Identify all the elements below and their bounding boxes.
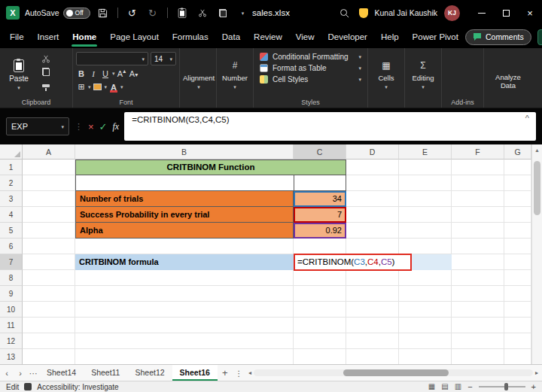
collapse-formula-bar-icon[interactable]: ^ bbox=[525, 114, 529, 123]
column-header-B[interactable]: B bbox=[75, 144, 294, 160]
cell-G12[interactable] bbox=[504, 333, 531, 349]
row-header-12[interactable]: 12 bbox=[0, 333, 23, 349]
user-name[interactable]: Kunal Jai Kaushik bbox=[375, 8, 437, 17]
row-header-4[interactable]: 4 bbox=[0, 207, 23, 223]
normal-view-icon[interactable]: ▦ bbox=[428, 383, 435, 390]
zoom-slider[interactable] bbox=[479, 386, 525, 387]
column-header-F[interactable]: F bbox=[452, 144, 504, 160]
sheet-list-more-icon[interactable]: ⋯ bbox=[27, 369, 39, 378]
zoom-out-button[interactable]: − bbox=[467, 383, 472, 391]
cell-G2[interactable] bbox=[504, 175, 531, 191]
row-header-5[interactable]: 5 bbox=[0, 223, 23, 239]
scroll-right-icon[interactable]: ▸ bbox=[535, 369, 538, 376]
cell-C10[interactable] bbox=[294, 302, 346, 318]
cell-E4[interactable] bbox=[399, 207, 452, 223]
row-header-13[interactable]: 13 bbox=[0, 349, 23, 364]
borders-button[interactable]: ⊞ bbox=[76, 81, 87, 93]
add-sheet-button[interactable]: + bbox=[218, 367, 233, 378]
cell-G13[interactable] bbox=[504, 349, 531, 364]
autosave-switch[interactable]: Off bbox=[63, 8, 90, 19]
italic-button[interactable]: I bbox=[88, 68, 99, 79]
cell-A2[interactable] bbox=[23, 175, 75, 191]
cell-E13[interactable] bbox=[399, 349, 452, 364]
cell-C8[interactable] bbox=[294, 270, 346, 286]
insert-function-button[interactable]: fx bbox=[113, 121, 120, 132]
page-layout-view-icon[interactable]: ▤ bbox=[441, 383, 448, 390]
zoom-slider-thumb[interactable] bbox=[504, 383, 508, 390]
horizontal-scroll-track[interactable] bbox=[254, 369, 533, 376]
underline-button[interactable]: U bbox=[100, 68, 111, 79]
cell-D8[interactable] bbox=[346, 270, 399, 286]
cell-F3[interactable] bbox=[452, 191, 504, 207]
page-break-view-icon[interactable]: ▥ bbox=[455, 383, 461, 390]
maximize-button[interactable] bbox=[494, 0, 518, 26]
select-all-corner[interactable] bbox=[0, 144, 23, 160]
minimize-button[interactable] bbox=[470, 0, 494, 26]
decrease-font-button[interactable]: A▾ bbox=[129, 68, 139, 79]
row-header-8[interactable]: 8 bbox=[0, 270, 23, 286]
conditional-formatting-button[interactable]: Conditional Formatting ▾ bbox=[260, 53, 361, 61]
cell-D2[interactable] bbox=[346, 175, 399, 191]
cell-G9[interactable] bbox=[504, 286, 531, 302]
cell-A6[interactable] bbox=[23, 239, 75, 254]
horizontal-scrollbar[interactable]: ◂ ▸ bbox=[245, 369, 542, 376]
alert-icon[interactable] bbox=[359, 8, 368, 18]
share-button[interactable]: ↗ bbox=[537, 29, 542, 45]
cell-A11[interactable] bbox=[23, 318, 75, 333]
horizontal-scroll-thumb[interactable] bbox=[343, 369, 449, 376]
row-header-2[interactable]: 2 bbox=[0, 175, 23, 191]
formula-input[interactable]: =CRITBINOM(C3,C4,C5) ^ bbox=[124, 112, 536, 141]
cell-C12[interactable] bbox=[294, 333, 346, 349]
cell-G3[interactable] bbox=[504, 191, 531, 207]
cell-B5-label[interactable]: Alpha bbox=[75, 223, 294, 239]
cancel-entry-button[interactable]: × bbox=[88, 121, 94, 132]
format-as-table-button[interactable]: Format as Table ▾ bbox=[260, 64, 361, 72]
cell-A13[interactable] bbox=[23, 349, 75, 364]
quick-access-more-button[interactable]: ▾ bbox=[236, 5, 251, 21]
accessibility-status[interactable]: Accessibility: Investigate bbox=[37, 383, 118, 391]
cell-D3[interactable] bbox=[346, 191, 399, 207]
cell-D6[interactable] bbox=[346, 239, 399, 254]
cell-A5[interactable] bbox=[23, 223, 75, 239]
menu-tab-review[interactable]: Review bbox=[247, 26, 289, 48]
scroll-up-icon[interactable]: ▲ bbox=[532, 144, 542, 153]
cell-C6[interactable] bbox=[294, 239, 346, 254]
cell-F2[interactable] bbox=[452, 175, 504, 191]
cell-D10[interactable] bbox=[346, 302, 399, 318]
cell-D9[interactable] bbox=[346, 286, 399, 302]
cell-B2-empty[interactable] bbox=[75, 175, 346, 191]
menu-tab-data[interactable]: Data bbox=[215, 26, 247, 48]
bold-button[interactable]: B bbox=[76, 68, 87, 79]
number-button[interactable]: # Number ▾ bbox=[220, 52, 250, 97]
cell-F7[interactable] bbox=[452, 254, 504, 270]
cell-G6[interactable] bbox=[504, 239, 531, 254]
redo-button[interactable]: ↻ bbox=[145, 5, 160, 21]
cell-D4[interactable] bbox=[346, 207, 399, 223]
cell-A9[interactable] bbox=[23, 286, 75, 302]
cell-B7-label[interactable]: CRITBINOM formula bbox=[75, 254, 294, 270]
row-header-7[interactable]: 7 bbox=[0, 254, 23, 270]
row-header-6[interactable]: 6 bbox=[0, 239, 23, 254]
cut-quick-button[interactable] bbox=[195, 5, 210, 21]
cell-C5-value[interactable]: 0.92 bbox=[294, 223, 346, 239]
tab-overflow-icon[interactable]: ⋮ bbox=[233, 369, 245, 378]
comments-button[interactable]: Comments bbox=[465, 29, 531, 45]
cell-B11[interactable] bbox=[75, 318, 294, 333]
cell-G1[interactable] bbox=[504, 160, 531, 175]
cell-styles-button[interactable]: Cell Styles ▾ bbox=[260, 75, 361, 84]
zoom-in-button[interactable]: + bbox=[531, 383, 536, 391]
analyze-data-button[interactable]: Analyze Data bbox=[487, 52, 529, 97]
cell-B4-label[interactable]: Success Probability in every trial bbox=[75, 207, 294, 223]
fill-color-button[interactable] bbox=[93, 81, 103, 93]
cell-A8[interactable] bbox=[23, 270, 75, 286]
copy-quick-button[interactable] bbox=[215, 5, 230, 21]
cell-F9[interactable] bbox=[452, 286, 504, 302]
cell-C3-value[interactable]: 34 bbox=[294, 191, 346, 207]
vertical-scrollbar[interactable]: ▲ bbox=[531, 144, 542, 364]
column-header-D[interactable]: D bbox=[346, 144, 399, 160]
cell-E12[interactable] bbox=[399, 333, 452, 349]
paste-button[interactable]: Paste ▾ bbox=[3, 52, 35, 97]
sheet-tab-sheet16[interactable]: Sheet16 bbox=[172, 365, 218, 381]
column-header-E[interactable]: E bbox=[399, 144, 452, 160]
undo-button[interactable]: ↺ bbox=[125, 5, 140, 21]
